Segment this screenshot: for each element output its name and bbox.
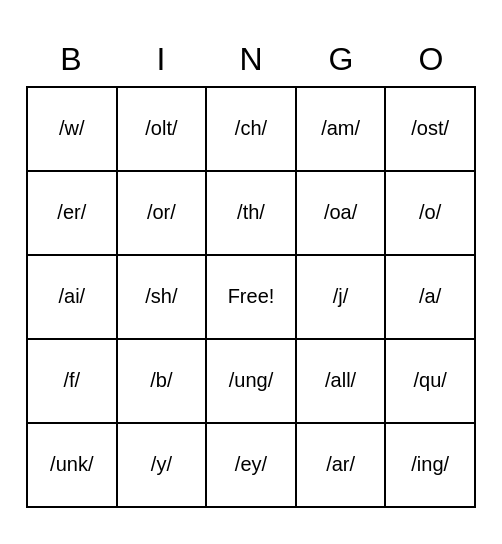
bingo-header: BINGO <box>26 37 476 82</box>
bingo-cell: /y/ <box>118 424 208 506</box>
table-row: /f//b//ung//all//qu/ <box>28 340 474 424</box>
bingo-cell: /f/ <box>28 340 118 422</box>
bingo-cell: /unk/ <box>28 424 118 506</box>
bingo-cell: /ost/ <box>386 88 474 170</box>
bingo-cell: /olt/ <box>118 88 208 170</box>
bingo-grid: /w//olt//ch//am//ost//er//or//th//oa//o/… <box>26 86 476 508</box>
bingo-card: BINGO /w//olt//ch//am//ost//er//or//th//… <box>26 37 476 508</box>
table-row: /er//or//th//oa//o/ <box>28 172 474 256</box>
bingo-cell: /a/ <box>386 256 474 338</box>
bingo-cell: /ch/ <box>207 88 297 170</box>
bingo-cell: /ing/ <box>386 424 474 506</box>
bingo-cell: /ai/ <box>28 256 118 338</box>
table-row: /ai//sh/Free!/j//a/ <box>28 256 474 340</box>
bingo-cell: /w/ <box>28 88 118 170</box>
bingo-cell: /sh/ <box>118 256 208 338</box>
bingo-cell: /ey/ <box>207 424 297 506</box>
bingo-cell: /ar/ <box>297 424 387 506</box>
bingo-cell: /er/ <box>28 172 118 254</box>
header-letter: B <box>26 37 116 82</box>
header-letter: N <box>206 37 296 82</box>
table-row: /unk//y//ey//ar//ing/ <box>28 424 474 506</box>
bingo-cell: /b/ <box>118 340 208 422</box>
bingo-cell: /j/ <box>297 256 387 338</box>
bingo-cell: Free! <box>207 256 297 338</box>
bingo-cell: /am/ <box>297 88 387 170</box>
bingo-cell: /oa/ <box>297 172 387 254</box>
bingo-cell: /qu/ <box>386 340 474 422</box>
bingo-cell: /o/ <box>386 172 474 254</box>
bingo-cell: /all/ <box>297 340 387 422</box>
bingo-cell: /th/ <box>207 172 297 254</box>
header-letter: G <box>296 37 386 82</box>
header-letter: O <box>386 37 476 82</box>
bingo-cell: /or/ <box>118 172 208 254</box>
header-letter: I <box>116 37 206 82</box>
bingo-cell: /ung/ <box>207 340 297 422</box>
table-row: /w//olt//ch//am//ost/ <box>28 88 474 172</box>
